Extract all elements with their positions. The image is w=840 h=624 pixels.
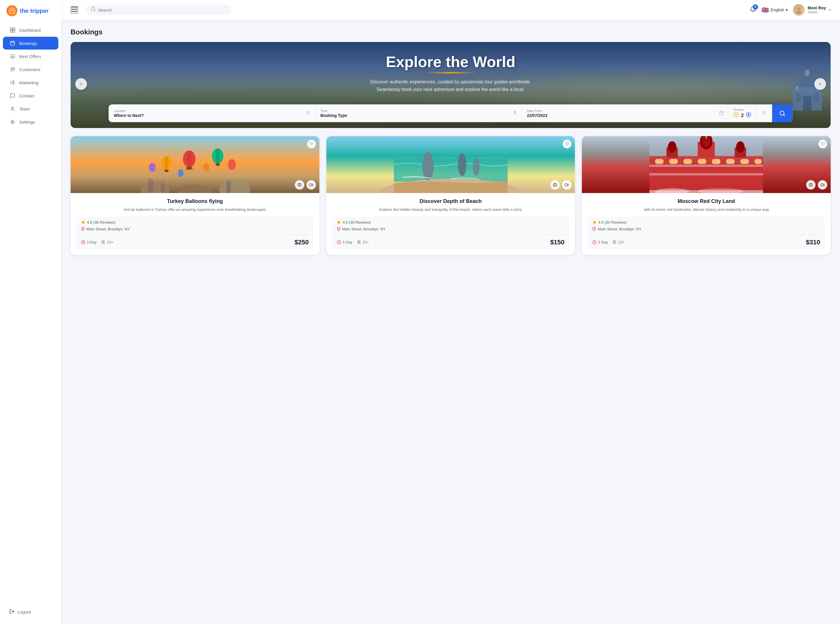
app-name: the tripper [20,8,49,14]
svg-point-105 [613,241,615,242]
logout-label: Logout [17,609,31,615]
user-details: Moni Roy Admin [808,6,826,14]
card-title-moscow: Moscow Red City Land [588,198,825,204]
notification-button[interactable]: 6 [750,6,756,14]
camera-button-beach[interactable] [551,180,560,190]
svg-point-93 [668,141,676,153]
sidebar-item-team[interactable]: Team [3,102,58,115]
hero-next-button[interactable]: › [814,78,826,90]
camera-button-moscow[interactable] [806,180,815,190]
card-rating-moscow: 4.5 (30 Reviews) [592,220,820,224]
card-rating-turkey: 4.5 (30 Reviews) [81,220,309,224]
svg-rect-78 [650,173,763,176]
media-buttons-turkey [295,180,316,190]
svg-rect-20 [803,96,812,111]
card-description-beach: Explore the hidden beauty and tranquilit… [332,207,569,213]
svg-rect-101 [821,184,823,186]
logout-icon [9,609,15,615]
sidebar-item-dashboard[interactable]: Dashboard [3,24,58,36]
filter-button[interactable] [757,104,772,122]
svg-rect-46 [164,170,169,172]
video-button-beach[interactable] [562,180,571,190]
svg-rect-83 [712,159,721,164]
sidebar-item-contact[interactable]: Contact [3,89,58,102]
guests-count: 2 [741,113,744,118]
sidebar-item-best-offers[interactable]: Best Offers [3,50,58,63]
camera-button-turkey[interactable] [295,180,304,190]
svg-point-106 [615,241,616,242]
svg-point-26 [308,112,309,113]
favorite-button-turkey[interactable]: ♡ [307,140,316,148]
card-price-moscow: $310 [806,238,820,246]
search-bar[interactable] [86,5,232,15]
card-meta-turkey: 3 Day 12+ [81,240,113,244]
svg-point-60 [102,241,104,242]
hero-prev-button[interactable]: ‹ [75,78,87,90]
svg-point-0 [9,8,15,14]
card-divider-moscow [592,235,820,235]
svg-rect-69 [565,184,567,186]
card-body-turkey: Turkey Balloons flying Hot air balloons … [71,193,319,255]
card-guests-turkey: 12+ [101,240,113,244]
svg-rect-21 [796,93,801,102]
tour-card-moscow: ♡ [582,136,831,255]
increase-guests-button[interactable] [746,112,751,119]
location-label: Location [114,109,309,113]
type-value: Booking Type [320,113,516,118]
card-title-beach: Discover Depth of Beach [332,198,569,204]
card-location-beach: Main Street, Brooklyn, NY [337,227,565,231]
card-image-turkey: ♡ [71,136,319,193]
svg-rect-80 [669,159,678,164]
sidebar-item-marketing[interactable]: Marketing [3,76,58,89]
svg-point-40 [226,179,231,183]
type-field[interactable]: Type Booking Type [315,104,521,122]
nav-label-contact: Contact [19,93,34,98]
svg-point-68 [554,184,556,186]
svg-point-58 [82,228,84,229]
svg-marker-70 [337,221,341,224]
search-submit-button[interactable] [772,104,793,122]
settings-icon [9,119,16,125]
sidebar-item-settings[interactable]: Settings [3,116,58,128]
video-button-moscow[interactable] [818,180,827,190]
logout-button[interactable]: Logout [3,605,58,619]
language-selector[interactable]: 🇬🇧 English ▾ [761,6,788,14]
search-form: Location Where to Next? Type Booking Typ… [108,104,792,122]
user-name: Moni Roy [808,6,826,10]
nav-label-best-offers: Best Offers [19,54,41,59]
page-title: Bookings [71,28,831,36]
date-field[interactable]: Date From 22/07/2023 [522,104,728,122]
sidebar-bottom: Logout [0,602,61,619]
card-image-moscow: ♡ [582,136,831,193]
decrease-guests-button[interactable] [733,112,739,119]
sidebar-item-bookings[interactable]: Bookings [3,37,58,49]
menu-toggle[interactable] [71,6,78,14]
video-button-turkey[interactable] [306,180,316,190]
sidebar-item-customers[interactable]: Customers [3,63,58,76]
card-divider-turkey [81,235,309,235]
search-input[interactable] [98,8,226,12]
hero-content: Explore the World Discover authentic exp… [71,42,831,93]
svg-point-16 [797,7,800,10]
svg-marker-102 [592,221,596,224]
svg-point-10 [12,107,14,109]
card-days-beach: 3 Day [337,240,352,244]
svg-point-52 [178,169,184,177]
svg-rect-85 [741,159,749,164]
customers-icon [9,67,16,72]
svg-point-48 [216,148,220,164]
svg-rect-82 [698,159,706,164]
hero-banner: Explore the World Discover authentic exp… [71,42,831,128]
team-icon [9,106,16,111]
favorite-button-moscow[interactable]: ♡ [818,140,827,148]
user-profile[interactable]: Moni Roy Admin ▾ [793,4,831,16]
svg-rect-43 [187,167,192,170]
guests-field: Guests 2 [728,104,757,122]
svg-point-61 [104,241,105,242]
tour-card-turkey: ♡ [71,136,319,255]
svg-rect-56 [309,184,312,186]
logo-icon [6,5,17,16]
flag-icon: 🇬🇧 [761,6,769,14]
svg-point-95 [736,141,745,153]
location-field[interactable]: Location Where to Next? [108,104,315,122]
